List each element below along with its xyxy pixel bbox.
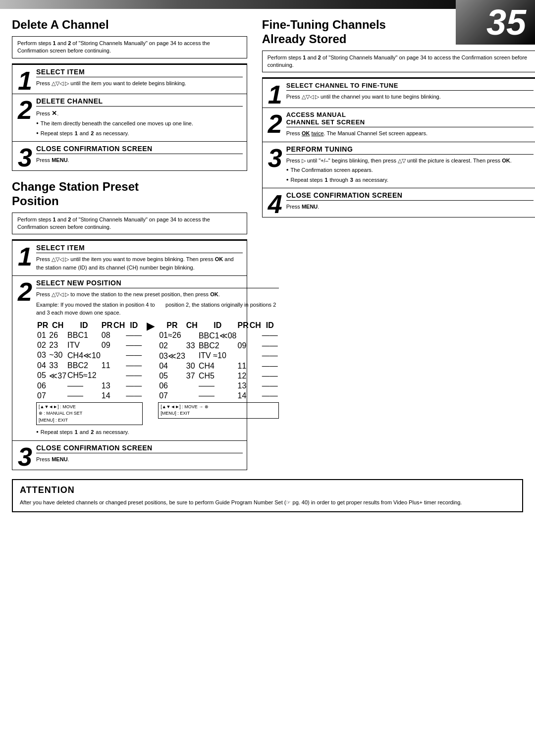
fine-step-2-body: Press OK twice. The Manual Channel Set s…	[286, 129, 534, 138]
table-row: 0126BBC108——	[37, 331, 142, 340]
th-ch1: CH	[49, 321, 66, 330]
attention-body: After you have deleted channels or chang…	[20, 498, 515, 507]
after-table-legend: [▲▼◄►] : MOVE → ⊗ [MENU] : EXIT	[158, 402, 279, 419]
th-id2: ID	[126, 321, 142, 330]
delete-step-1-body: Press △▽◁ ▷ until the item you want to d…	[36, 79, 243, 88]
fine-step-3-heading: PERFORM TUNING	[286, 145, 534, 155]
change-station-section: Change Station PresetPosition Perform st…	[12, 180, 247, 470]
fine-step-4-body: Press MENU.	[286, 203, 534, 211]
attention-box: ATTENTION After you have deleted channel…	[12, 479, 523, 513]
change-step-1-heading: SELECT ITEM	[36, 244, 243, 253]
th-pr1-after: PR	[159, 321, 185, 330]
th-id1: ID	[67, 321, 101, 330]
fine-step-3-bullet-1: The Confirmation screen appears.	[286, 166, 534, 174]
table-row: 06——13——	[37, 381, 142, 390]
change-step-number-2: 2	[12, 276, 34, 440]
table-row: 06——13——	[159, 381, 278, 390]
change-step-number-3: 3	[12, 441, 34, 470]
change-step-number-1: 1	[12, 241, 34, 275]
fine-tuning-steps: 1 SELECT CHANNEL TO FINE-TUNE Press △▽◁ …	[262, 77, 535, 217]
change-step-3-body: Press MENU.	[36, 455, 243, 464]
step-number-1: 1	[12, 65, 34, 94]
th-pr2-after: PR	[237, 321, 248, 330]
table-row-highlight: 0433BBC211——	[37, 361, 142, 370]
delete-step-1: 1 SELECT ITEM Press △▽◁ ▷ until the item…	[12, 65, 247, 94]
table-row: 0537CH512——	[159, 372, 278, 380]
delete-step-3-body: Press MENU.	[36, 156, 243, 164]
before-table: PR CH ID PR CH ID	[36, 320, 143, 401]
change-step-1: 1 SELECT ITEM Press △▽◁ ▷ until the item…	[12, 241, 247, 276]
delete-step-2: 2 DELETE CHANNEL Press ✕. The item direc…	[12, 94, 247, 142]
table-row-highlight: 0233BBC209——	[159, 341, 278, 350]
table-row: 07——14——	[159, 391, 278, 400]
fine-step-3-content: PERFORM TUNING Press ▷ until "+/–" begin…	[284, 142, 535, 188]
th-id1-after: ID	[199, 321, 237, 330]
step-number-2: 2	[12, 94, 34, 142]
delete-step-2-content: DELETE CHANNEL Press ✕. The item directl…	[34, 94, 247, 142]
step-number-3a: 3	[12, 142, 34, 170]
th-ch1-after: CH	[186, 321, 198, 330]
change-step-3: 3 CLOSE CONFIRMATION SCREEN Press MENU.	[12, 441, 247, 470]
change-step-2: 2 SELECT NEW POSITION Press △▽◁ ▷ to mov…	[12, 276, 247, 441]
change-station-steps: 1 SELECT ITEM Press △▽◁ ▷ until the item…	[12, 239, 247, 470]
change-step-3-content: CLOSE CONFIRMATION SCREEN Press MENU.	[34, 441, 247, 470]
delete-step-3: 3 CLOSE CONFIRMATION SCREEN Press MENU.	[12, 142, 247, 170]
delete-step-3-content: CLOSE CONFIRMATION SCREEN Press MENU.	[34, 142, 247, 170]
delete-step-2-body: Press ✕. The item directly beneath the c…	[36, 108, 243, 138]
fine-step-4: 4 CLOSE CONFIRMATION SCREEN Press MENU.	[263, 188, 535, 217]
delete-step-1-heading: SELECT ITEM	[36, 68, 243, 77]
fine-step-1-body: Press △▽◁ ▷ until the channel you want t…	[286, 93, 534, 101]
fine-step-2-heading: ACCESS MANUALCHANNEL SET SCREEN	[286, 111, 534, 127]
fine-step-number-4: 4	[263, 188, 284, 217]
th-pr1: PR	[37, 321, 48, 330]
fine-step-3-bullet-2: Repeat steps 1 through 3 as necessary.	[286, 176, 534, 184]
channel-table-after: PR CH ID PR CH ID	[158, 320, 279, 419]
change-station-title: Change Station PresetPosition	[12, 180, 247, 209]
fine-step-1-heading: SELECT CHANNEL TO FINE-TUNE	[286, 82, 534, 91]
th-pr2: PR	[102, 321, 112, 330]
change-station-intro: Perform steps 1 and 2 of "Storing Channe…	[12, 213, 247, 235]
delete-step-2-bullet-1: The item directly beneath the cancelled …	[36, 119, 243, 128]
page-number: 35	[456, 0, 535, 45]
channel-table-before: PR CH ID PR CH ID	[36, 320, 143, 426]
delete-step-3-heading: CLOSE CONFIRMATION SCREEN	[36, 145, 243, 154]
change-step-1-content: SELECT ITEM Press △▽◁ ▷ until the item y…	[34, 241, 247, 275]
fine-step-2: 2 ACCESS MANUALCHANNEL SET SCREEN Press …	[263, 108, 535, 142]
table-row: 0223ITV09——	[37, 341, 142, 350]
attention-title: ATTENTION	[20, 485, 515, 495]
table-row: 01≈26BBC1≪08——	[159, 331, 278, 340]
before-table-legend: [▲▼◄►] : MOVE ⊗ : MANUAL CH SET [MENU] :…	[36, 402, 143, 426]
fine-step-number-2: 2	[263, 108, 284, 142]
table-row: 03≪23ITV ≈10——	[159, 351, 278, 361]
delete-step-1-content: SELECT ITEM Press △▽◁ ▷ until the item y…	[34, 65, 247, 94]
change-step-2-example: Example: If you moved the station in pos…	[36, 301, 279, 317]
arrow-icon: ▶	[147, 320, 154, 332]
fine-step-3: 3 PERFORM TUNING Press ▷ until "+/–" beg…	[263, 142, 535, 189]
channel-tables-row: PR CH ID PR CH ID	[36, 320, 279, 426]
change-step-2-body: Press △▽◁ ▷ to move the station to the n…	[36, 290, 279, 299]
fine-step-1: 1 SELECT CHANNEL TO FINE-TUNE Press △▽◁ …	[263, 79, 535, 108]
after-table: PR CH ID PR CH ID	[158, 320, 279, 401]
top-gradient-bar	[0, 0, 535, 9]
th-id2-after: ID	[262, 321, 278, 330]
th-ch2-after: CH	[250, 321, 261, 330]
fine-step-1-content: SELECT CHANNEL TO FINE-TUNE Press △▽◁ ▷ …	[284, 79, 535, 108]
fine-step-number-1: 1	[263, 79, 284, 108]
change-step-2-heading: SELECT NEW POSITION	[36, 279, 279, 288]
change-step-3-heading: CLOSE CONFIRMATION SCREEN	[36, 444, 243, 453]
delete-channel-title: Delete A Channel	[12, 18, 247, 32]
change-step-2-content: SELECT NEW POSITION Press △▽◁ ▷ to move …	[34, 276, 283, 440]
delete-step-2-heading: DELETE CHANNEL	[36, 97, 243, 107]
fine-step-3-body: Press ▷ until "+/–" begins blinking, the…	[286, 157, 534, 184]
fine-step-number-3: 3	[263, 142, 284, 188]
right-column: Fine-Tuning ChannelsAlready Stored Perfo…	[262, 18, 535, 470]
delete-step-2-bullet-2: Repeat steps 1 and 2 as necessary.	[36, 129, 243, 138]
table-row: 05≪37CH5≈12——	[37, 371, 142, 380]
table-row: 03~30CH4≪10——	[37, 351, 142, 360]
change-step-1-body: Press △▽◁ ▷ until the item you want to m…	[36, 255, 243, 271]
th-ch2: CH	[113, 321, 125, 330]
delete-channel-intro: Perform steps 1 and 2 of "Storing Channe…	[12, 36, 247, 58]
fine-step-4-content: CLOSE CONFIRMATION SCREEN Press MENU.	[284, 188, 535, 217]
fine-tuning-intro: Perform steps 1 and 2 of "Storing Channe…	[262, 51, 535, 73]
change-step-2-bullet: Repeat steps 1 and 2 as necessary.	[36, 428, 279, 436]
